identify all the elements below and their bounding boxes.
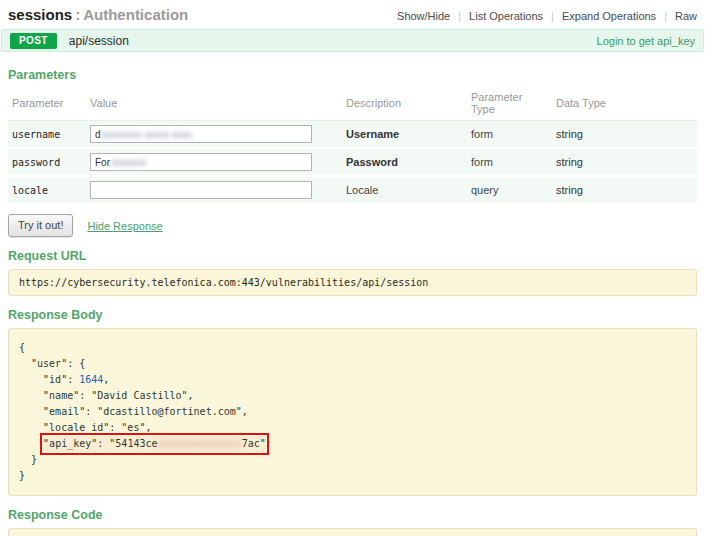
id-number: 1644	[79, 374, 103, 385]
expand-operations-link[interactable]: Expand Operations	[554, 10, 664, 22]
api-key-redacted: xxxxxxxxxxxxxx	[157, 438, 241, 449]
resource-name: sessions	[8, 6, 72, 23]
table-row: username dxxxxxxxx xxxxx xxxx Username f…	[8, 121, 697, 149]
request-url-block: https://cybersecurity.telefonica.com:443…	[8, 269, 697, 296]
request-url-value: https://cybersecurity.telefonica.com:443…	[19, 277, 428, 288]
username-input[interactable]: dxxxxxxxx xxxxx xxxx	[90, 125, 312, 143]
method-badge: POST	[10, 33, 57, 49]
param-type: query	[467, 176, 552, 204]
code-line: }	[19, 468, 686, 484]
param-name-password: password	[8, 148, 86, 176]
resource-controls: Show/Hide | List Operations | Expand Ope…	[389, 10, 697, 22]
swagger-page: sessions:Authentication Show/Hide | List…	[0, 0, 705, 536]
resource-colon: :	[75, 6, 80, 23]
response-code-heading: Response Code	[8, 508, 697, 522]
show-hide-link[interactable]: Show/Hide	[389, 10, 458, 22]
table-row: password Forxxxxxxx Password form string	[8, 148, 697, 176]
param-type: form	[467, 121, 552, 149]
raw-link[interactable]: Raw	[667, 10, 697, 22]
resource-header: sessions:Authentication Show/Hide | List…	[0, 0, 705, 28]
param-name-locale: locale	[8, 176, 86, 204]
response-body-heading: Response Body	[8, 308, 697, 322]
submit-row: Try it out! Hide Response	[8, 214, 697, 237]
parameters-table: Parameter Value Description Parameter Ty…	[8, 88, 697, 205]
code-line: "locale_id": "es",	[19, 420, 686, 436]
response-body-block: { "user": { "id": 1644, "name": "David C…	[8, 328, 697, 496]
password-value-visible: For	[95, 157, 110, 168]
endpoint-path: api/session	[69, 34, 129, 48]
response-code-block: 201	[8, 528, 697, 536]
param-data-type: string	[552, 148, 697, 176]
code-line: "email": "dcastillo@fortinet.com",	[19, 404, 686, 420]
list-operations-link[interactable]: List Operations	[461, 10, 551, 22]
hide-response-link[interactable]: Hide Response	[87, 220, 162, 232]
try-it-out-button[interactable]: Try it out!	[8, 214, 73, 237]
param-type: form	[467, 148, 552, 176]
api-key-suffix: 7ac"	[242, 438, 266, 449]
locale-input[interactable]	[90, 181, 312, 199]
param-data-type: string	[552, 176, 697, 204]
column-parameter-type: Parameter Type	[467, 88, 552, 121]
param-description: Locale	[342, 176, 467, 204]
param-name-username: username	[8, 121, 86, 149]
request-url-heading: Request URL	[8, 249, 697, 263]
parameters-header-row: Parameter Value Description Parameter Ty…	[8, 88, 697, 121]
parameters-heading: Parameters	[8, 68, 697, 82]
api-key-prefix: "api_key": "54143ce	[43, 438, 157, 449]
id-suffix: ,	[103, 374, 109, 385]
table-row: locale Locale query string	[8, 176, 697, 204]
api-key-indent	[19, 438, 43, 449]
column-parameter: Parameter	[8, 88, 86, 121]
login-to-get-api-key-link[interactable]: Login to get api_key	[597, 35, 695, 47]
password-value-redacted: xxxxxxx	[111, 157, 146, 168]
code-line: "name": "David Castillo",	[19, 388, 686, 404]
code-line: "user": {	[19, 356, 686, 372]
param-data-type: string	[552, 121, 697, 149]
column-value: Value	[86, 88, 342, 121]
resource-title: sessions:Authentication	[8, 6, 188, 23]
id-key: "id":	[19, 374, 79, 385]
column-data-type: Data Type	[552, 88, 697, 121]
username-value-visible: d	[95, 129, 101, 140]
param-description: Username	[342, 121, 467, 149]
username-value-redacted: xxxxxxxx xxxxx xxxx	[102, 129, 193, 140]
code-line: }	[19, 452, 686, 468]
code-line-id: "id": 1644,	[19, 372, 686, 388]
operation-content: Parameters Parameter Value Description P…	[0, 52, 705, 536]
api-key-highlight-box: "api_key": "54143cexxxxxxxxxxxxxx7ac"	[43, 436, 266, 452]
password-input[interactable]: Forxxxxxxx	[90, 153, 312, 171]
column-description: Description	[342, 88, 467, 121]
code-line: {	[19, 340, 686, 356]
code-line-api-key: "api_key": "54143cexxxxxxxxxxxxxx7ac"	[19, 436, 686, 452]
endpoint-bar[interactable]: POST api/session Login to get api_key	[1, 29, 704, 52]
resource-description: Authentication	[83, 6, 188, 23]
param-description: Password	[342, 148, 467, 176]
